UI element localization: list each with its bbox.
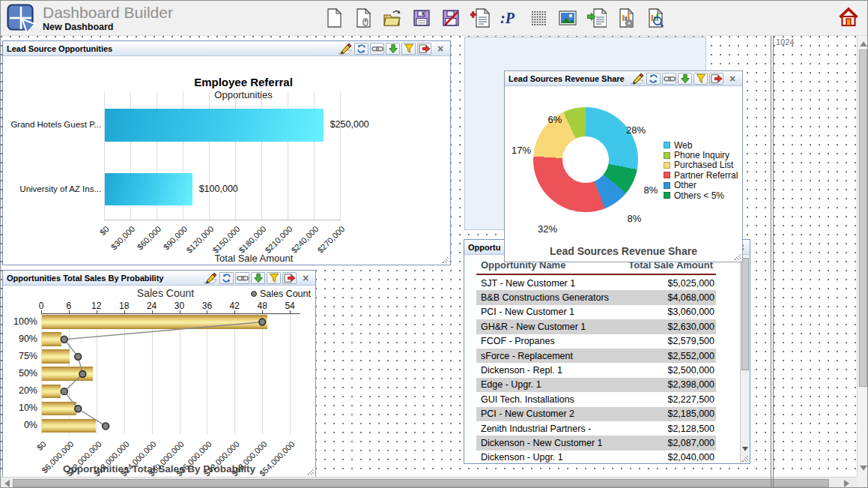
edit-icon[interactable] bbox=[203, 271, 218, 284]
table-scrollbar-thumb[interactable] bbox=[741, 258, 749, 370]
opportunity-name: FCOF - Propanes bbox=[476, 336, 634, 346]
document-settings-icon[interactable] bbox=[616, 7, 636, 28]
filter-icon[interactable] bbox=[401, 43, 416, 55]
legend-item: Others < 5% bbox=[664, 190, 738, 200]
table-scrollbar[interactable] bbox=[740, 255, 750, 463]
guideline-label: 1024 bbox=[776, 37, 794, 46]
filter-icon[interactable] bbox=[267, 272, 281, 284]
link-icon[interactable] bbox=[370, 43, 384, 55]
table-row: PCI - New Customer 1$3,060,000 bbox=[476, 305, 716, 319]
edit-icon[interactable] bbox=[630, 72, 645, 85]
panel-probability-header[interactable]: Opportunities Total Sales By Probability… bbox=[3, 271, 315, 286]
link-icon[interactable] bbox=[235, 272, 249, 284]
close-icon[interactable]: × bbox=[433, 42, 448, 55]
panel-toolbar: × bbox=[630, 72, 742, 85]
donut-hole bbox=[562, 136, 609, 183]
total-sale-amount: $2,128,500 bbox=[634, 424, 716, 434]
filter-icon[interactable] bbox=[694, 73, 708, 85]
save-icon[interactable] bbox=[411, 7, 431, 28]
total-sale-amount: $2,398,000 bbox=[634, 379, 716, 390]
app-subtitle: New Dashboard bbox=[43, 22, 113, 32]
table-scroll-down-icon[interactable] bbox=[742, 447, 748, 451]
refresh-icon[interactable] bbox=[646, 73, 661, 85]
horizontal-scrollbar-thumb[interactable] bbox=[13, 479, 829, 487]
panel-toolbar: × bbox=[203, 271, 315, 284]
close-icon[interactable]: × bbox=[298, 271, 313, 284]
top-tick-label: 54 bbox=[277, 301, 303, 311]
table-row: sForce - Replacement$2,552,000 bbox=[476, 349, 716, 363]
new-document-icon[interactable] bbox=[324, 7, 344, 28]
scroll-down-icon[interactable] bbox=[860, 466, 867, 471]
download-icon[interactable] bbox=[251, 272, 265, 284]
opportunity-name: Dickenson - Repl. 1 bbox=[476, 365, 634, 376]
x-tick-label: $210,000 bbox=[264, 224, 294, 255]
vertical-scrollbar-thumb[interactable] bbox=[859, 49, 867, 387]
export-icon[interactable] bbox=[709, 73, 723, 85]
refresh-icon[interactable] bbox=[354, 43, 368, 55]
scroll-right-icon[interactable] bbox=[844, 480, 849, 487]
dashboard-builder-logo bbox=[7, 4, 37, 34]
table-header-rule bbox=[476, 274, 716, 275]
export-icon[interactable] bbox=[417, 43, 431, 55]
legend-item: Phone Inquiry bbox=[664, 150, 738, 160]
export-image-icon[interactable] bbox=[557, 7, 577, 28]
download-icon[interactable] bbox=[386, 43, 400, 55]
table-row: PCI - New Customer 2$2,185,000 bbox=[476, 407, 716, 421]
link-icon[interactable] bbox=[662, 73, 676, 85]
add-report-icon[interactable] bbox=[470, 7, 490, 28]
total-sale-amount: $2,552,000 bbox=[634, 351, 716, 361]
scroll-up-icon[interactable] bbox=[860, 41, 867, 46]
top-tick-label: 42 bbox=[222, 301, 247, 311]
table-row: Zenith Industrial Partners -$2,128,500 bbox=[476, 421, 716, 436]
legend-label: Sales Count bbox=[260, 289, 311, 299]
panel-revenue-header[interactable]: Lead Sources Revenue Share × bbox=[505, 71, 742, 86]
top-tick-label: 30 bbox=[167, 301, 192, 311]
top-tick-label: 12 bbox=[84, 301, 109, 311]
table-row: Dickenson - Repl. 1$2,500,000 bbox=[476, 363, 716, 377]
refresh-icon[interactable] bbox=[219, 272, 234, 284]
table-row: SJT - New Customer 1$5,025,000 bbox=[476, 276, 716, 290]
opportunity-name: sForce - Replacement bbox=[476, 351, 634, 361]
scroll-left-icon[interactable] bbox=[4, 480, 10, 487]
top-tick-label: 24 bbox=[139, 301, 165, 311]
opportunity-name: GH&R - New Customer 1 bbox=[476, 322, 634, 332]
preview-report-icon[interactable] bbox=[645, 7, 665, 28]
row-category-label: 100% bbox=[6, 316, 37, 327]
gridline bbox=[234, 313, 235, 435]
export-icon[interactable] bbox=[282, 272, 297, 284]
open-dashboard-icon[interactable] bbox=[382, 7, 402, 28]
total-sale-amount: $5,025,000 bbox=[634, 278, 716, 289]
export-document-icon[interactable] bbox=[586, 7, 607, 28]
download-icon[interactable] bbox=[678, 73, 692, 85]
x-tick-label: $0 bbox=[97, 224, 110, 237]
probability-bar bbox=[42, 385, 61, 399]
canvas-guideline-1024[interactable] bbox=[771, 36, 774, 487]
row-category-label: 0% bbox=[6, 420, 37, 430]
save-as-icon[interactable] bbox=[440, 7, 461, 28]
bar-2 bbox=[105, 173, 192, 205]
x-tick-label: $240,000 bbox=[290, 224, 321, 255]
row-category-label: 90% bbox=[6, 334, 37, 344]
x-axis-line bbox=[104, 220, 341, 220]
horizontal-scrollbar[interactable] bbox=[1, 477, 857, 488]
table-row: Edge - Upgr. 1$2,398,000 bbox=[476, 378, 716, 392]
panel-revenue-share: Lead Sources Revenue Share × WebPhone In… bbox=[504, 70, 743, 262]
gridline bbox=[97, 313, 97, 435]
opportunity-name: GUI Tech. Installations bbox=[476, 394, 634, 405]
top-axis-line bbox=[41, 313, 300, 314]
pdf-export-icon[interactable]: :P bbox=[499, 7, 519, 28]
vertical-scrollbar[interactable] bbox=[857, 36, 868, 477]
legend-label: Phone Inquiry bbox=[674, 150, 729, 160]
panel-lead-source-header[interactable]: Lead Source Opportunities × bbox=[3, 41, 450, 56]
home-icon[interactable] bbox=[838, 7, 859, 28]
close-icon[interactable]: × bbox=[725, 72, 740, 85]
edit-icon[interactable] bbox=[338, 42, 353, 55]
x-tick-label: $60,000 bbox=[136, 224, 163, 252]
table-row: B&B Constructions Generators$4,068,000 bbox=[476, 290, 716, 304]
probability-bar bbox=[42, 349, 70, 364]
panel-title: Lead Sources Revenue Share bbox=[505, 74, 630, 83]
table-row: FCOF - Propanes$2,579,500 bbox=[476, 334, 716, 349]
grid-toggle-icon[interactable] bbox=[528, 7, 548, 28]
new-document-info-icon[interactable] bbox=[353, 7, 373, 28]
probability-bar bbox=[42, 367, 93, 381]
